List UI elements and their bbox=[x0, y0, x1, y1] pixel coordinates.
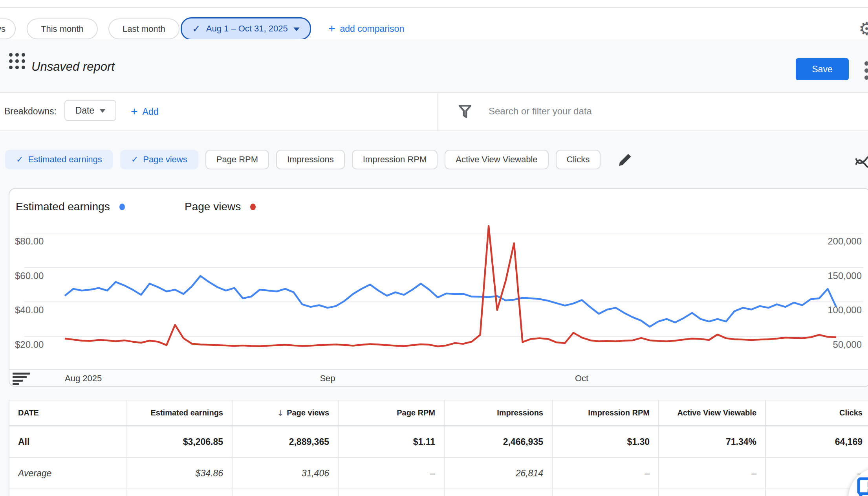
page-title: Unsaved report bbox=[31, 60, 115, 74]
column-header-page-rpm[interactable]: Page RPM bbox=[339, 400, 445, 425]
column-header-label: Clicks bbox=[839, 408, 863, 417]
date-range-chip-selected[interactable]: ✓ Aug 1 – Oct 31, 2025 bbox=[181, 17, 311, 40]
chart-lines-icon[interactable] bbox=[855, 153, 868, 170]
column-header-label: DATE bbox=[18, 408, 39, 417]
metric-chip-impression-rpm[interactable]: Impression RPM bbox=[352, 150, 438, 169]
column-header-page-views[interactable]: ↓Page views bbox=[233, 400, 339, 425]
adsense-report-screen: ys This month Last month ✓ Aug 1 – Oct 3… bbox=[0, 0, 868, 496]
metric-chip-label: Active View Viewable bbox=[456, 154, 537, 165]
table-cell bbox=[9, 489, 126, 496]
x-axis-strip: Aug 2025SepOct bbox=[9, 369, 868, 386]
table-cell bbox=[233, 489, 339, 496]
breakdowns-bar: Breakdowns: Date + Add bbox=[0, 93, 868, 131]
sort-descending-icon: ↓ bbox=[277, 408, 284, 418]
metric-chip-label: Page RPM bbox=[216, 154, 258, 165]
check-icon: ✓ bbox=[192, 24, 201, 34]
metric-chip-page-rpm[interactable]: Page RPM bbox=[205, 150, 269, 169]
column-header-impression-rpm[interactable]: Impression RPM bbox=[553, 400, 659, 425]
feedback-bubble-icon bbox=[857, 477, 868, 496]
table-cell: – bbox=[339, 458, 445, 489]
edit-metrics-pencil-icon[interactable] bbox=[618, 152, 633, 167]
table-rows-icon[interactable] bbox=[13, 373, 31, 384]
metric-chip-active-view-viewable[interactable]: Active View Viewable bbox=[445, 150, 548, 169]
table-cell: $3,206.85 bbox=[126, 426, 233, 457]
table-cell: $1.30 bbox=[553, 426, 659, 457]
chevron-down-icon bbox=[293, 28, 300, 31]
search-input[interactable] bbox=[488, 100, 763, 122]
breakdown-date-label: Date bbox=[75, 105, 95, 116]
table-cell bbox=[445, 489, 553, 496]
table-cell: $1.11 bbox=[339, 426, 445, 457]
plus-icon: + bbox=[131, 106, 138, 118]
column-header-label: Impression RPM bbox=[588, 408, 650, 417]
column-header-label: Estimated earnings bbox=[150, 408, 223, 417]
metric-chip-estimated-earnings[interactable]: ✓Estimated earnings bbox=[5, 150, 113, 169]
more-vertical-icon[interactable] bbox=[864, 61, 868, 80]
table-cell bbox=[339, 489, 445, 496]
column-header-date[interactable]: DATE bbox=[9, 400, 126, 425]
report-header: Unsaved report Save bbox=[0, 39, 868, 93]
date-chip-this-month-label: This month bbox=[41, 24, 84, 34]
x-axis-label: Aug 2025 bbox=[65, 373, 102, 384]
date-range-label: Aug 1 – Oct 31, 2025 bbox=[206, 24, 288, 34]
report-table: DATEEstimated earnings↓Page viewsPage RP… bbox=[9, 400, 868, 496]
add-breakdown-button[interactable]: + Add bbox=[131, 106, 158, 118]
date-chip-last-month-label: Last month bbox=[123, 24, 165, 34]
date-chip-cut-label: ys bbox=[0, 24, 5, 34]
series-estimated-earnings bbox=[65, 276, 836, 327]
breakdowns-label: Breakdowns: bbox=[4, 106, 57, 117]
metric-chip-impressions[interactable]: Impressions bbox=[276, 150, 345, 169]
divider bbox=[438, 93, 438, 130]
column-header-clicks[interactable]: Clicks bbox=[766, 400, 868, 425]
filter-icon bbox=[458, 105, 472, 118]
table-cell: 71.34% bbox=[659, 426, 766, 457]
table-cell: Average bbox=[9, 458, 126, 489]
metric-chip-clicks[interactable]: Clicks bbox=[556, 150, 601, 169]
table-cell: 31,406 bbox=[233, 458, 339, 489]
metric-chip-label: Estimated earnings bbox=[28, 154, 102, 165]
table-cell: – bbox=[553, 458, 659, 489]
table-header-row: DATEEstimated earnings↓Page viewsPage RP… bbox=[9, 400, 868, 426]
series-page-views bbox=[65, 226, 836, 346]
metric-chip-label: Impression RPM bbox=[363, 154, 427, 165]
breakdown-date-dropdown[interactable]: Date bbox=[64, 100, 116, 121]
table-cell: 2,466,935 bbox=[445, 426, 553, 457]
table-cell: 2,889,365 bbox=[233, 426, 339, 457]
table-cell bbox=[126, 489, 233, 496]
x-axis-label: Sep bbox=[320, 373, 335, 384]
metric-chips: ✓Estimated earnings✓Page viewsPage RPMIm… bbox=[5, 150, 633, 169]
table-cell: 64,169 bbox=[766, 426, 868, 457]
settings-gear-icon[interactable]: ⚙ bbox=[859, 18, 868, 39]
date-chip-last-month[interactable]: Last month bbox=[108, 18, 179, 39]
table-row: Average$34.8631,406–26,814––– bbox=[9, 458, 868, 489]
line-chart bbox=[9, 189, 868, 388]
plus-icon: + bbox=[328, 23, 335, 35]
column-header-active-view-viewable[interactable]: Active View Viewable bbox=[659, 400, 766, 425]
chevron-down-icon bbox=[100, 109, 105, 113]
column-header-label: Page views bbox=[287, 408, 329, 417]
metric-chip-page-views[interactable]: ✓Page views bbox=[120, 150, 198, 169]
table-cell: 26,814 bbox=[445, 458, 553, 489]
add-breakdown-label: Add bbox=[143, 107, 159, 117]
table-cell: – bbox=[659, 458, 766, 489]
table-row: All$3,206.852,889,365$1.112,466,935$1.30… bbox=[9, 426, 868, 458]
check-icon: ✓ bbox=[131, 155, 138, 164]
table-cell: All bbox=[9, 426, 126, 457]
table-cell bbox=[659, 489, 766, 496]
table-cell: $34.86 bbox=[126, 458, 233, 489]
metric-chip-label: Impressions bbox=[287, 154, 334, 165]
date-chip-this-month[interactable]: This month bbox=[27, 18, 98, 39]
apps-grid-icon[interactable] bbox=[7, 51, 24, 68]
metric-chip-label: Page views bbox=[143, 154, 187, 165]
add-comparison-button[interactable]: + add comparison bbox=[328, 23, 404, 35]
column-header-estimated-earnings[interactable]: Estimated earnings bbox=[126, 400, 233, 425]
top-strip bbox=[0, 0, 868, 7]
add-comparison-label: add comparison bbox=[340, 24, 405, 34]
chart-card: Estimated earnings Page views $80.00200,… bbox=[9, 188, 868, 387]
date-chip-cut[interactable]: ys bbox=[0, 18, 16, 39]
save-button[interactable]: Save bbox=[796, 58, 849, 80]
column-header-label: Impressions bbox=[497, 408, 543, 417]
column-header-impressions[interactable]: Impressions bbox=[445, 400, 553, 425]
column-header-label: Active View Viewable bbox=[677, 408, 756, 417]
table-cell bbox=[553, 489, 659, 496]
